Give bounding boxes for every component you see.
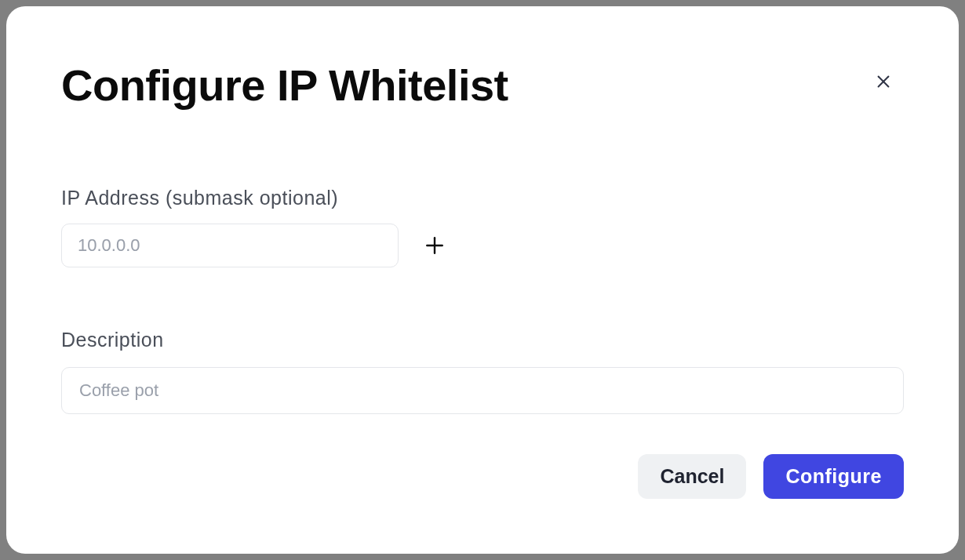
description-input[interactable] (61, 367, 904, 414)
ip-address-label: IP Address (submask optional) (61, 187, 904, 209)
ip-address-input[interactable] (61, 224, 399, 267)
configure-button[interactable]: Configure (763, 454, 904, 499)
close-button[interactable] (871, 69, 896, 94)
modal-footer: Cancel Configure (61, 454, 904, 499)
cancel-button[interactable]: Cancel (638, 454, 746, 499)
modal-title: Configure IP Whitelist (61, 61, 904, 110)
close-icon (875, 73, 892, 90)
ip-input-row (61, 224, 904, 267)
plus-icon (424, 235, 445, 256)
configure-ip-whitelist-modal: Configure IP Whitelist IP Address (subma… (6, 6, 959, 554)
description-label: Description (61, 329, 904, 351)
add-ip-button[interactable] (419, 230, 450, 261)
